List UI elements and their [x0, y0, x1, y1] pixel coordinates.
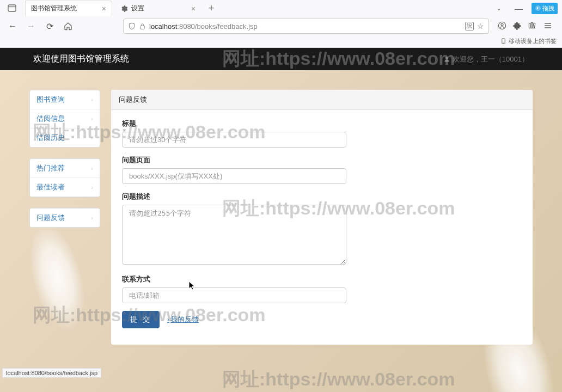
- svg-rect-3: [140, 26, 145, 29]
- reload-button[interactable]: ⟳: [42, 19, 57, 33]
- minimize-icon[interactable]: —: [510, 2, 527, 15]
- new-tab-button[interactable]: +: [204, 1, 219, 16]
- bookmark-label: 移动设备上的书签: [509, 37, 557, 45]
- shield-icon: [128, 22, 136, 30]
- library-icon[interactable]: [528, 21, 537, 32]
- submit-button[interactable]: 提 交: [122, 311, 160, 328]
- tabs-dropdown-icon[interactable]: ⌄: [492, 2, 506, 14]
- forward-button[interactable]: →: [24, 19, 38, 33]
- translate-icon[interactable]: 訳: [465, 22, 474, 30]
- brand-title: 欢迎使用图书馆管理系统: [33, 53, 129, 65]
- watermark: 网址:https://www.08er.com: [222, 367, 455, 392]
- tab-label: 设置: [131, 4, 144, 13]
- page-header: 欢迎使用图书馆管理系统 欢迎您，王一（10001）: [0, 48, 562, 70]
- mobile-icon: [500, 38, 506, 45]
- tabs-bar: 图书馆管理系统 × 设置 × + ⌄ — 拖拽: [0, 0, 562, 16]
- chevron-right-icon: ›: [91, 134, 93, 141]
- user-info[interactable]: 欢迎您，王一（10001）: [443, 54, 529, 64]
- textarea-desc[interactable]: [122, 205, 346, 265]
- svg-point-5: [501, 23, 503, 26]
- extension-button[interactable]: 拖拽: [532, 3, 558, 14]
- url-text: localhost:8080/books/feedback.jsp: [149, 22, 258, 30]
- gear-icon: [120, 5, 128, 13]
- sidebar-item-borrow-info[interactable]: 借阅信息›: [30, 109, 100, 128]
- svg-point-14: [445, 57, 448, 59]
- tab-settings[interactable]: 设置 ×: [114, 1, 201, 16]
- input-title[interactable]: [122, 132, 346, 148]
- extensions-icon[interactable]: [513, 21, 522, 32]
- tab-label: 图书馆管理系统: [31, 4, 77, 13]
- url-field[interactable]: localhost:8080/books/feedback.jsp 訳 ☆: [123, 19, 489, 34]
- sidebar-item-recommend[interactable]: 热门推荐›: [30, 159, 100, 178]
- chevron-right-icon: ›: [91, 215, 93, 221]
- sidebar-item-book-search[interactable]: 图书查询›: [30, 90, 100, 109]
- address-bar: ← → ⟳ localhost:8080/books/feedback.jsp …: [0, 16, 562, 36]
- sidebar-item-borrow-history[interactable]: 借阅历史›: [30, 128, 100, 147]
- bookmark-star-icon[interactable]: ☆: [477, 22, 484, 30]
- welcome-text: 欢迎您，王一（10001）: [453, 54, 529, 64]
- back-button[interactable]: ←: [5, 19, 20, 33]
- menu-group-2: 热门推荐› 最佳读者›: [29, 158, 100, 197]
- sidebar: 图书查询› 借阅信息› 借阅历史› 热门推荐› 最佳读者› 问题反馈›: [29, 90, 100, 345]
- firefox-menu-icon[interactable]: [4, 2, 20, 15]
- my-feedback-link[interactable]: ›我的反馈: [167, 315, 199, 324]
- tab-library[interactable]: 图书馆管理系统 ×: [25, 1, 112, 16]
- label-desc: 问题描述: [122, 192, 522, 201]
- chevron-right-icon: ›: [91, 115, 93, 122]
- input-contact[interactable]: [122, 287, 346, 303]
- svg-rect-7: [531, 22, 533, 28]
- svg-rect-8: [533, 23, 535, 28]
- label-title: 标题: [122, 119, 522, 128]
- sidebar-item-feedback[interactable]: 问题反馈›: [30, 209, 100, 227]
- menu-group-1: 图书查询› 借阅信息› 借阅历史›: [29, 90, 100, 148]
- svg-rect-0: [8, 5, 16, 11]
- account-icon[interactable]: [498, 21, 506, 32]
- browser-chrome: 图书馆管理系统 × 设置 × + ⌄ — 拖拽 ← → ⟳: [0, 0, 562, 48]
- status-bar: localhost:8080/books/feedback.jsp: [2, 368, 101, 378]
- chevron-right-icon: ›: [91, 184, 93, 191]
- chevron-right-icon: ›: [91, 96, 93, 103]
- bookmarks-toolbar: 移动设备上的书签: [0, 36, 562, 47]
- extension-label: 拖拽: [542, 4, 554, 13]
- user-icon: [443, 56, 450, 63]
- hamburger-icon[interactable]: [543, 21, 552, 32]
- menu-group-3: 问题反馈›: [29, 208, 100, 228]
- chevron-right-icon: ›: [167, 316, 169, 323]
- sidebar-item-best-readers[interactable]: 最佳读者›: [30, 178, 100, 197]
- input-page[interactable]: [122, 168, 346, 184]
- label-contact: 联系方式: [122, 274, 522, 284]
- chevron-right-icon: ›: [91, 165, 93, 171]
- main-layout: 图书查询› 借阅信息› 借阅历史› 热门推荐› 最佳读者› 问题反馈› 问题反馈…: [25, 90, 537, 345]
- svg-point-13: [503, 42, 504, 43]
- lock-icon: [139, 23, 146, 30]
- label-page: 问题页面: [122, 155, 522, 165]
- content-panel: 问题反馈 标题 问题页面 问题描述 联系方式 提 交 ›我的反馈: [111, 90, 533, 345]
- svg-rect-6: [529, 23, 530, 28]
- home-button[interactable]: [61, 19, 75, 33]
- bookmark-mobile[interactable]: 移动设备上的书签: [500, 37, 557, 45]
- panel-title: 问题反馈: [111, 90, 533, 110]
- close-icon[interactable]: ×: [97, 4, 106, 13]
- close-icon[interactable]: ×: [187, 4, 196, 13]
